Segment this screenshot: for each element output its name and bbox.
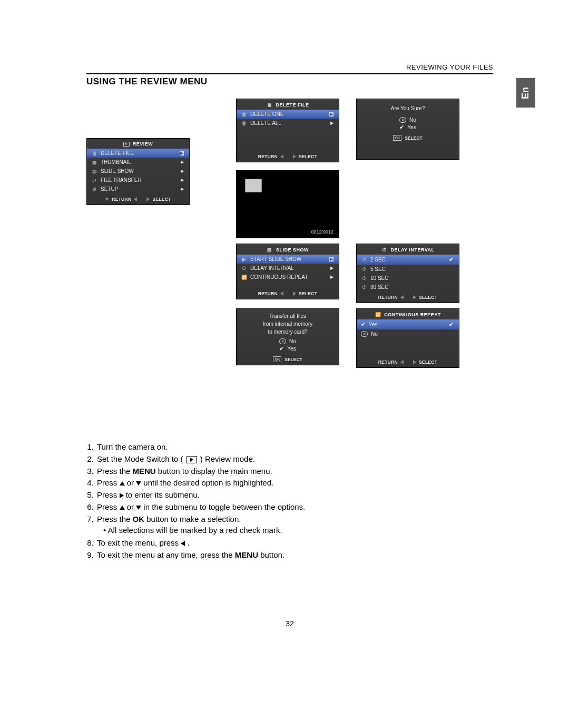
x-icon: ✕ bbox=[399, 117, 406, 123]
transfer-no[interactable]: ✕No bbox=[237, 338, 339, 345]
right-arrow-icon bbox=[120, 493, 124, 498]
grid-icon: ▦ bbox=[91, 159, 97, 165]
transfer-yes[interactable]: ✔Yes bbox=[237, 345, 339, 353]
review-item-thumbnail[interactable]: ▦ THUMBNAIL ▶ bbox=[87, 158, 189, 167]
delete-file-footer: RETURN SELECT bbox=[237, 151, 339, 162]
continuous-repeat-panel: 🔁CONTINUOUS REPEAT ✔Yes✔ ✕No RETURN SELE… bbox=[356, 308, 459, 368]
thumbnail-screen: 0012/0012 bbox=[236, 170, 339, 238]
review-footer: RETURN SELECT bbox=[87, 193, 189, 205]
review-menu-panel: REVIEW 🗑 DELETE FILE ▶ ▦ THUMBNAIL ▶ ▤ S… bbox=[86, 138, 190, 205]
review-item-setup[interactable]: ⚙ SETUP ▶ bbox=[87, 185, 189, 193]
delay-10sec-item[interactable]: ⏱10 SEC bbox=[357, 274, 459, 283]
ok-icon: OK bbox=[393, 135, 401, 141]
instruction-5: Press to enter its submenu. bbox=[96, 489, 493, 501]
repeat-icon: 🔁 bbox=[375, 312, 381, 317]
transfer-footer: OKSELECT bbox=[237, 353, 339, 365]
instruction-7: Press the OK button to make a selection.… bbox=[96, 513, 493, 538]
are-you-sure-message: Are You Sure? bbox=[357, 99, 459, 117]
ok-icon: OK bbox=[273, 356, 281, 362]
delay-interval-item[interactable]: ⏱DELAY INTERVAL▶ bbox=[237, 264, 339, 273]
timer-icon: ⏱ bbox=[241, 265, 247, 271]
timer-icon: ⏱ bbox=[381, 247, 387, 253]
language-tab: En bbox=[516, 78, 535, 108]
option-no[interactable]: ✕No bbox=[357, 117, 459, 123]
down-arrow-icon bbox=[136, 481, 141, 486]
check-icon: ✔ bbox=[399, 124, 404, 131]
delete-all-item[interactable]: 🗑DELETE ALL▶ bbox=[237, 119, 339, 128]
slide-show-footer: RETURN SELECT bbox=[237, 288, 339, 299]
continuous-repeat-footer: RETURN SELECT bbox=[357, 356, 459, 367]
are-you-sure-footer: OKSELECT bbox=[357, 131, 459, 143]
check-icon: ✔ bbox=[361, 321, 366, 328]
setup-icon: ⚙ bbox=[91, 186, 97, 192]
timer-icon: ⏱ bbox=[361, 257, 367, 263]
instruction-8: To exit the menu, press . bbox=[96, 537, 493, 549]
are-you-sure-panel: Are You Sure? ✕No ✔Yes OKSELECT bbox=[356, 99, 459, 160]
check-icon: ✔ bbox=[279, 345, 284, 352]
thumbnail-image[interactable] bbox=[245, 179, 262, 192]
left-arrow-icon bbox=[134, 197, 137, 201]
instruction-4: Press or until the desired option is hig… bbox=[96, 477, 493, 489]
timer-icon: ⏱ bbox=[361, 266, 367, 272]
delay-interval-footer: RETURN SELECT bbox=[357, 292, 459, 303]
up-arrow-icon bbox=[120, 506, 125, 510]
transfer-msg-line1: Transfer all files bbox=[243, 312, 332, 320]
instruction-1: Turn the camera on. bbox=[96, 441, 493, 453]
delete-one-item[interactable]: 🗑DELETE ONE▶ bbox=[237, 110, 339, 119]
delete-file-panel: 🗑DELETE FILE 🗑DELETE ONE▶ 🗑DELETE ALL▶ R… bbox=[236, 99, 339, 162]
trash-icon: 🗑 bbox=[91, 150, 97, 156]
check-icon: ✔ bbox=[449, 321, 454, 328]
review-item-file-transfer[interactable]: ⇄ FILE TRANSFER ▶ bbox=[87, 176, 189, 185]
start-slide-show-item[interactable]: ▶START SLIDE SHOW▶ bbox=[237, 255, 339, 264]
option-yes[interactable]: ✔Yes bbox=[357, 123, 459, 131]
trash-icon: 🗑 bbox=[241, 111, 247, 117]
instruction-9: To exit the menu at any time, press the … bbox=[96, 549, 493, 561]
delay-5sec-item[interactable]: ⏱5 SEC bbox=[357, 265, 459, 274]
continuous-repeat-item[interactable]: 🔁CONTINUOUS REPEAT▶ bbox=[237, 273, 339, 282]
review-menu-title: REVIEW bbox=[87, 139, 189, 149]
up-arrow-icon bbox=[120, 481, 125, 486]
play-icon bbox=[123, 142, 130, 147]
right-arrow-icon bbox=[146, 197, 150, 201]
delay-interval-panel: ⏱DELAY INTERVAL ⏱2 SEC✔ ⏱5 SEC ⏱10 SEC ⏱… bbox=[356, 244, 459, 303]
slideshow-icon: ▤ bbox=[91, 168, 97, 174]
timer-icon: ⏱ bbox=[361, 284, 367, 290]
play-icon: ▶ bbox=[241, 256, 247, 262]
x-icon: ✕ bbox=[361, 331, 368, 337]
delay-30sec-item[interactable]: ⏱30 SEC bbox=[357, 283, 459, 292]
review-item-delete-file[interactable]: 🗑 DELETE FILE ▶ bbox=[87, 149, 189, 158]
repeat-icon: 🔁 bbox=[241, 274, 247, 280]
transfer-icon: ⇄ bbox=[91, 177, 97, 183]
page-number: 32 bbox=[86, 619, 493, 628]
down-arrow-icon bbox=[136, 506, 141, 510]
down-icon bbox=[105, 198, 109, 201]
trash-icon: 🗑 bbox=[241, 120, 247, 126]
transfer-msg-line2: from internal memory bbox=[243, 320, 332, 328]
x-icon: ✕ bbox=[279, 338, 286, 344]
check-icon: ✔ bbox=[449, 256, 454, 263]
menu-diagram: REVIEW 🗑 DELETE FILE ▶ ▦ THUMBNAIL ▶ ▤ S… bbox=[86, 99, 493, 399]
section-header: REVIEWING YOUR FILES bbox=[86, 63, 493, 74]
slideshow-icon: ▤ bbox=[267, 247, 273, 253]
review-item-slide-show[interactable]: ▤ SLIDE SHOW ▶ bbox=[87, 167, 189, 176]
transfer-msg-line3: to memory card? bbox=[243, 328, 332, 336]
instruction-2: Set the Mode Switch to ( ) Review mode. bbox=[96, 453, 493, 465]
page-title: USING THE REVIEW MENU bbox=[86, 76, 493, 87]
instruction-7-sub: All selections will be marked by a red c… bbox=[102, 525, 493, 537]
repeat-yes-item[interactable]: ✔Yes✔ bbox=[357, 319, 459, 329]
trash-icon: 🗑 bbox=[266, 102, 272, 108]
instructions-list: Turn the camera on. Set the Mode Switch … bbox=[86, 441, 493, 561]
instruction-3: Press the MENU button to display the mai… bbox=[96, 465, 493, 478]
thumbnail-counter: 0012/0012 bbox=[311, 229, 333, 235]
slide-show-panel: ▤SLIDE SHOW ▶START SLIDE SHOW▶ ⏱DELAY IN… bbox=[236, 244, 339, 299]
timer-icon: ⏱ bbox=[361, 275, 367, 281]
review-mode-icon bbox=[187, 456, 197, 463]
instruction-6: Press or in the submenu to toggle betwee… bbox=[96, 501, 493, 513]
delay-2sec-item[interactable]: ⏱2 SEC✔ bbox=[357, 255, 459, 265]
repeat-no-item[interactable]: ✕No bbox=[357, 329, 459, 338]
file-transfer-confirm-panel: Transfer all files from internal memory … bbox=[236, 308, 339, 365]
